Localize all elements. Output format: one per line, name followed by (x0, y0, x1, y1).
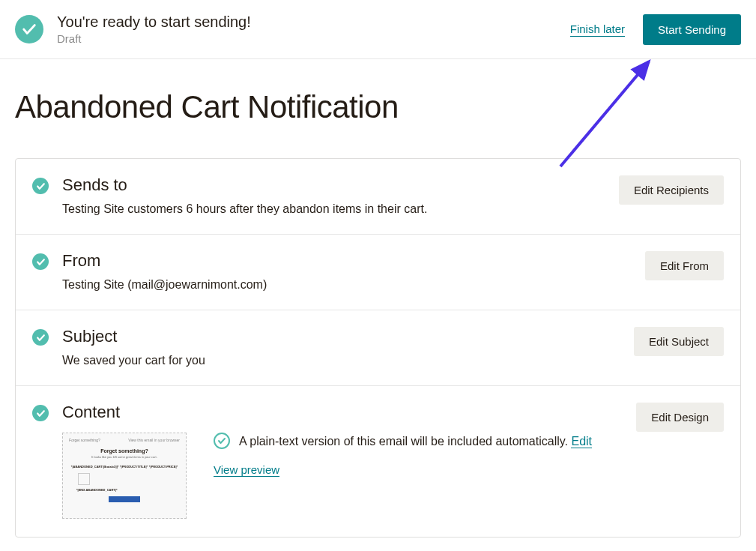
content-title: Content (62, 403, 636, 422)
email-thumbnail[interactable]: Forget something?View this email in your… (62, 433, 187, 519)
header-actions: Finish later Start Sending (570, 14, 741, 45)
section-content: Content Forget something?View this email… (16, 386, 740, 537)
section-body: Subject We saved your cart for you (62, 327, 634, 367)
edit-design-button[interactable]: Edit Design (636, 403, 724, 432)
section-body: Sends to Testing Site customers 6 hours … (62, 175, 619, 216)
check-icon (32, 178, 49, 194)
plain-text-note: A plain-text version of this email will … (239, 433, 592, 450)
content-row: Forget something?View this email in your… (62, 433, 636, 519)
from-desc: Testing Site (mail@joewarnimont.com) (62, 278, 645, 292)
header-text-group: You're ready to start sending! Draft (57, 13, 570, 45)
check-outline-icon (214, 433, 230, 449)
edit-from-button[interactable]: Edit From (645, 251, 724, 280)
page-title: Abandoned Cart Notification (0, 59, 756, 158)
section-from: From Testing Site (mail@joewarnimont.com… (16, 235, 740, 310)
check-circle-icon (15, 15, 43, 43)
campaign-settings-card: Sends to Testing Site customers 6 hours … (15, 158, 741, 538)
section-subject: Subject We saved your cart for you Edit … (16, 310, 740, 386)
check-icon (32, 253, 49, 270)
content-side: A plain-text version of this email will … (214, 433, 636, 477)
from-title: From (62, 251, 645, 271)
check-icon (32, 405, 49, 421)
plain-text-row: A plain-text version of this email will … (214, 433, 636, 450)
view-preview-link[interactable]: View preview (214, 463, 279, 477)
check-icon (32, 329, 49, 346)
finish-later-link[interactable]: Finish later (570, 22, 625, 37)
header-status: Draft (57, 32, 570, 45)
header-title: You're ready to start sending! (57, 13, 570, 31)
edit-subject-button[interactable]: Edit Subject (634, 327, 724, 356)
section-body: From Testing Site (mail@joewarnimont.com… (62, 251, 645, 292)
start-sending-button[interactable]: Start Sending (643, 14, 741, 45)
sends-to-desc: Testing Site customers 6 hours after the… (62, 202, 619, 216)
plain-text-prefix: A plain-text version of this email will … (239, 435, 571, 448)
edit-recipients-button[interactable]: Edit Recipients (619, 175, 724, 205)
edit-plain-text-link[interactable]: Edit (571, 435, 592, 448)
header-bar: You're ready to start sending! Draft Fin… (0, 0, 756, 59)
section-body: Content Forget something?View this email… (62, 403, 636, 519)
subject-desc: We saved your cart for you (62, 354, 634, 367)
section-sends-to: Sends to Testing Site customers 6 hours … (16, 159, 740, 235)
sends-to-title: Sends to (62, 175, 619, 195)
subject-title: Subject (62, 327, 634, 346)
